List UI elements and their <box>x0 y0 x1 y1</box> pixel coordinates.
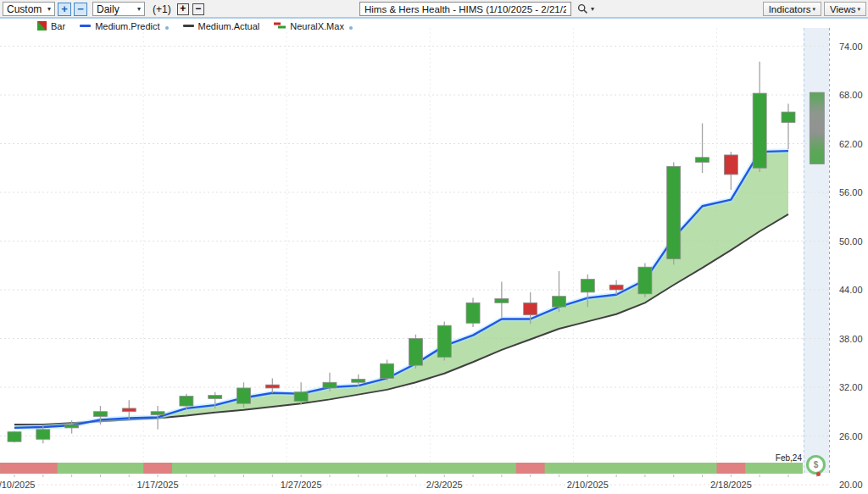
actual-line-icon <box>183 25 194 27</box>
signal-strip-down-segment <box>143 463 172 474</box>
earnings-marker-dot-icon <box>816 472 821 476</box>
legend-item-medium-actual[interactable]: Medium.Actual <box>183 21 260 31</box>
y-axis-label: 38.00 <box>839 334 863 344</box>
chevron-down-icon[interactable]: ▾ <box>591 5 594 13</box>
price-chart-canvas[interactable]: 1/10/20251/17/20251/27/20252/3/20252/10/… <box>0 0 868 494</box>
chart-legend: Bar Medium.Predict Medium.Actual NeuralX… <box>37 20 367 31</box>
candle-body <box>323 382 337 388</box>
search-controls: ▾ <box>577 2 594 16</box>
candle-body <box>93 412 107 417</box>
toolbar-right-group: Indicators ▾ Views ▾ <box>763 2 866 16</box>
y-axis-label: 32.00 <box>839 382 863 392</box>
candle-body <box>552 297 565 307</box>
top-toolbar: Custom ▾ + − Daily ▾ (+1) + − ▾ Indicato… <box>0 0 868 19</box>
candle-body <box>381 364 394 378</box>
y-axis-label: 56.00 <box>839 187 863 197</box>
y-axis-label: 26.00 <box>839 431 863 441</box>
legend-item-bar[interactable]: Bar <box>37 21 65 31</box>
y-axis-label: 74.00 <box>839 42 863 52</box>
legend-neuralx-label: NeuralX.Max <box>290 21 344 31</box>
search-icon[interactable] <box>577 3 588 14</box>
candle-body <box>581 280 594 292</box>
candle-body <box>524 303 537 314</box>
chevron-down-icon: ▾ <box>137 5 141 13</box>
x-axis-label: 1/10/2025 <box>0 480 35 490</box>
trading-app-window: { "toolbar": { "range_select": "Custom",… <box>0 0 868 494</box>
candle-body <box>151 412 164 415</box>
zoom-in-button[interactable]: + <box>58 3 71 16</box>
y-axis-label: 68.00 <box>839 90 863 100</box>
candle-body <box>265 385 279 388</box>
chevron-down-icon: ▾ <box>857 6 860 13</box>
y-axis-label: 44.00 <box>839 285 863 295</box>
candle-body <box>466 303 480 323</box>
chevron-down-icon: ▾ <box>47 5 51 13</box>
candle-body <box>724 155 737 175</box>
legend-actual-label: Medium.Actual <box>198 21 260 31</box>
x-axis-label: 1/17/2025 <box>137 480 179 490</box>
legend-predict-label: Medium.Predict <box>95 21 159 31</box>
step-plus-button[interactable]: + <box>177 3 189 15</box>
series-options-dot-icon[interactable] <box>349 26 353 30</box>
bar-series-icon <box>37 21 47 31</box>
earnings-marker-icon[interactable]: $ <box>806 455 826 475</box>
candle-body <box>437 325 451 357</box>
candle-body <box>782 112 795 122</box>
neuralx-series-icon <box>274 21 286 31</box>
views-button[interactable]: Views ▾ <box>824 2 866 16</box>
x-axis-label: 2/18/2025 <box>710 480 752 490</box>
candle-body <box>495 299 509 303</box>
indicators-button-label: Indicators <box>769 4 811 14</box>
period-select-value: Daily <box>97 3 120 15</box>
offset-label: (+1) <box>153 3 171 15</box>
chevron-down-icon: ▾ <box>813 6 816 13</box>
legend-item-neuralx-max[interactable]: NeuralX.Max <box>274 21 353 31</box>
candle-body <box>237 388 251 403</box>
zoom-out-button[interactable]: − <box>74 3 87 16</box>
candle-body <box>65 425 79 428</box>
y-axis-label: 62.00 <box>839 139 863 149</box>
symbol-search-input[interactable] <box>359 2 571 16</box>
candle-body <box>609 285 623 290</box>
range-select-value: Custom <box>7 3 42 15</box>
signal-strip-down-segment <box>0 463 58 474</box>
y-axis-label: 50.00 <box>839 236 863 247</box>
candle-body <box>122 408 136 412</box>
x-axis-label: 1/27/2025 <box>281 480 322 490</box>
candle-body <box>409 339 422 366</box>
dollar-symbol: $ <box>814 460 819 469</box>
candle-body <box>36 430 50 440</box>
step-minus-button[interactable]: − <box>192 3 204 15</box>
signal-strip-down-segment <box>716 463 745 474</box>
x-axis-label: 2/10/2025 <box>567 480 609 490</box>
signal-strip-up <box>0 463 803 474</box>
candle-body <box>8 432 21 442</box>
range-select[interactable]: Custom ▾ <box>3 2 55 16</box>
candle-body <box>294 392 308 402</box>
toolbar-left-group: Custom ▾ + − Daily ▾ (+1) + − <box>3 2 204 16</box>
earnings-date-label: Feb,24 <box>765 453 802 463</box>
indicators-button[interactable]: Indicators ▾ <box>763 2 821 16</box>
period-select[interactable]: Daily ▾ <box>92 2 145 16</box>
predict-line-icon <box>80 25 91 27</box>
candle-body <box>352 379 365 382</box>
legend-bar-label: Bar <box>51 21 65 31</box>
signal-strip-down-segment <box>516 463 545 474</box>
x-axis-label: 2/3/2025 <box>426 480 463 490</box>
candle-body <box>638 267 652 294</box>
candle-body <box>209 396 222 399</box>
views-button-label: Views <box>830 4 855 14</box>
legend-item-medium-predict[interactable]: Medium.Predict <box>80 21 168 31</box>
candle-body <box>667 166 681 258</box>
candle-body <box>696 158 709 163</box>
y-axis-label: 20.00 <box>839 480 863 490</box>
candle-body <box>180 397 193 407</box>
series-options-dot-icon[interactable] <box>165 26 169 30</box>
forecast-range-bar <box>810 92 824 164</box>
candle-body <box>753 93 766 168</box>
